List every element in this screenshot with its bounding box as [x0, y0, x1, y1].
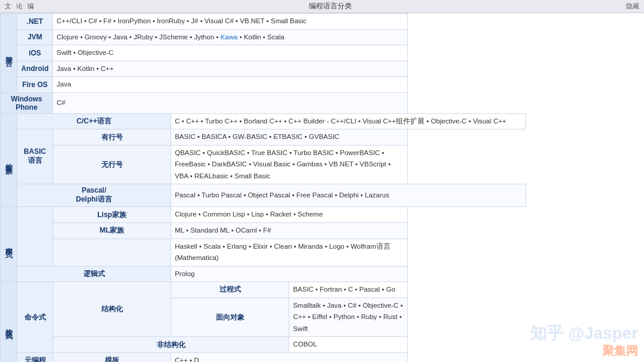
table-row: Windows Phone C#: [1, 92, 644, 113]
platform-ios-content: Swift • Objective-C: [53, 45, 408, 61]
decl-other: [53, 239, 171, 266]
family-cpp-content: C • C++ • Turbo C++ • Borland C++ • C++ …: [171, 113, 526, 129]
decl-ml: ML家族: [53, 223, 171, 239]
decl-ml-content: ML • Standard ML • OCaml • F#: [171, 223, 407, 239]
cat-declarative: 声明式: [1, 207, 17, 282]
table-row: BASIC语言 有行号 BASIC • BASICA • GW-BASIC • …: [1, 129, 644, 146]
top-bar: 文 论 编 编程语言分类 隐藏: [0, 0, 644, 13]
meta-template-content: C++ • D: [171, 352, 407, 362]
top-bar-item-1[interactable]: 文: [5, 2, 11, 11]
table-row: Fire OS Java: [1, 77, 644, 93]
platform-fireos: Fire OS: [17, 77, 53, 93]
table-row: 按范式 命令式 结构化 过程式 BASIC • Fortran • C • Pa…: [1, 282, 644, 298]
platform-jvm: JVM: [17, 29, 53, 45]
table-row: 逻辑式 Prolog: [1, 266, 644, 282]
platform-android-content: Java • Kotlin • C++: [53, 61, 408, 77]
paradigm-nonstructured: 非结构化: [53, 337, 289, 353]
decl-lisp-content: Clojure • Common Lisp • Lisp • Racket • …: [171, 207, 407, 223]
main-table: 按平台 .NET C++/CLI • C# • F# • IronPython …: [0, 13, 644, 362]
paradigm-nonstructured-content: COBOL: [289, 337, 407, 353]
decl-other-content: Haskell • Scala • Erlang • Elixir • Clea…: [171, 239, 407, 266]
platform-net: .NET: [17, 14, 53, 30]
decl-logic-content: Prolog: [171, 266, 407, 282]
table-row: Haskell • Scala • Erlang • Elixir • Clea…: [1, 239, 644, 266]
table-row: ML家族 ML • Standard ML • OCaml • F#: [1, 223, 644, 239]
family-basic: BASIC语言: [17, 129, 53, 184]
cat-paradigm: 按范式: [1, 282, 17, 362]
family-pascal-content: Pascal • Turbo Pascal • Object Pascal • …: [171, 184, 526, 207]
table-row: 元编程 模板 C++ • D: [1, 352, 644, 362]
cat-family: 按家族: [1, 113, 17, 207]
table-row: Android Java • Kotlin • C++: [1, 61, 644, 77]
family-basic-noline-content: QBASIC • QuickBASIC • True BASIC • Turbo…: [171, 145, 407, 184]
top-bar-item-3[interactable]: 编: [27, 2, 34, 11]
paradigm-proc-content: BASIC • Fortran • C • Pascal • Go: [289, 282, 407, 298]
cat-platform: 按平台: [1, 14, 17, 93]
paradigm-structured: 结构化: [53, 282, 171, 337]
platform-ios: iOS: [17, 45, 53, 61]
paradigm-proc: 过程式: [171, 282, 289, 298]
platform-android: Android: [17, 61, 53, 77]
top-bar-item-2[interactable]: 论: [16, 2, 23, 11]
family-pascal: Pascal/Delphi语言: [17, 184, 171, 207]
family-cpp: C/C++语言: [17, 113, 171, 129]
platform-winphone-content: C#: [53, 92, 408, 113]
meta-template: 模板: [53, 352, 171, 362]
table-row: Pascal/Delphi语言 Pascal • Turbo Pascal • …: [1, 184, 644, 207]
top-bar-left[interactable]: 文 论 编: [5, 2, 34, 11]
paradigm-metaprog: 元编程: [17, 352, 53, 362]
declarative-functional: [17, 207, 53, 266]
table-row: JVM Clojure • Groovy • Java • JRuby • JS…: [1, 29, 644, 45]
table-row: 按家族 C/C++语言 C • C++ • Turbo C++ • Borlan…: [1, 113, 644, 129]
hide-button[interactable]: 隐藏: [626, 2, 639, 11]
platform-net-content: C++/CLI • C# • F# • IronPython • IronRub…: [53, 14, 408, 30]
paradigm-oo-content: Smalltalk • Java • C# • Objective-C • C+…: [289, 298, 407, 337]
page-title: 编程语言分类: [34, 1, 626, 11]
decl-logic: 逻辑式: [17, 266, 171, 282]
table-row: iOS Swift • Objective-C: [1, 45, 644, 61]
family-basic-line: 有行号: [53, 129, 171, 146]
paradigm-imperative: 命令式: [17, 282, 53, 353]
paradigm-oo: 面向对象: [171, 298, 289, 337]
decl-lisp: Lisp家族: [53, 207, 171, 223]
table-row: 无行号 QBASIC • QuickBASIC • True BASIC • T…: [1, 145, 644, 184]
family-basic-line-content: BASIC • BASICA • GW-BASIC • ETBASIC • GV…: [171, 129, 407, 146]
table-row: 按平台 .NET C++/CLI • C# • F# • IronPython …: [1, 14, 644, 30]
table-row: 非结构化 COBOL: [1, 337, 644, 353]
platform-winphone: Windows Phone: [1, 92, 53, 113]
platform-jvm-content: Clojure • Groovy • Java • JRuby • JSchem…: [53, 29, 408, 45]
table-row: 声明式 Lisp家族 Clojure • Common Lisp • Lisp …: [1, 207, 644, 223]
family-basic-noline: 无行号: [53, 145, 171, 184]
platform-fireos-content: Java: [53, 77, 408, 93]
